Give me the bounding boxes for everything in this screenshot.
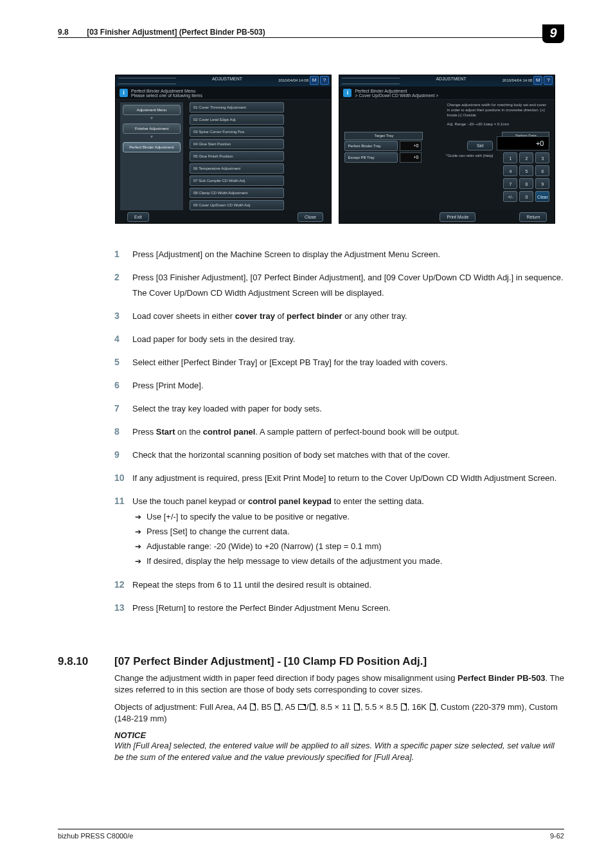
nav-finisher-adjustment[interactable]: Finisher Adjustment [123,123,181,134]
tray-value: +0 [400,141,422,151]
step-7: 7 Select the tray key loaded with paper … [114,402,564,417]
exit-button[interactable]: Exit [127,212,149,222]
print-mode-button[interactable]: Print Mode [440,212,475,222]
step-number: 2 [114,271,132,283]
key-4[interactable]: 4 [503,165,517,176]
sub-step: If desired, display the help message to … [132,556,564,567]
step-text: Press [Print Mode]. [132,380,564,392]
menu-item[interactable]: 03 Spine Corner Forming Pos. [190,127,284,137]
screenshot-menu: ADJUSTMENT 2010/04/04 14:08 M ? i Perfec… [115,75,332,224]
key-2[interactable]: 2 [519,152,533,163]
set-button[interactable]: Set [467,141,493,150]
screen-title: ADJUSTMENT [436,77,466,81]
nav-adjustment-menu[interactable]: Adjustment Menu [123,105,181,115]
step-text: If any adjustment is required, press [Ex… [132,473,564,484]
menu-column: 01 Cover Trimming Adjustment 02 Cover Le… [190,102,326,224]
step-10: 10 If any adjustment is required, press … [114,472,564,487]
key-5[interactable]: 5 [519,165,533,176]
step-number: 10 [114,472,132,484]
crumb-line1: Perfect Binder Adjustment Menu [131,89,202,93]
step-text: Load paper for body sets in the desired … [132,334,564,345]
crumb-line2: > Cover Up/Down CD Width Adjustment > [355,93,438,98]
column-header-tray: Target Tray [344,132,423,140]
key-8[interactable]: 8 [519,178,533,189]
menu-item[interactable]: 02 Cover Lead Edge Adj. [190,114,284,125]
portrait-icon [250,703,256,710]
step-text: Repeat the steps from 6 to 11 until the … [132,579,564,591]
subsection-heading: 9.8.10 [07 Perfect Binder Adjustment] - … [58,655,427,668]
menu-item[interactable]: 09 Cover Up/Down CD Width Adj. [190,200,284,210]
portrait-icon [401,703,407,710]
page-header: 9.8 [03 Finisher Adjustment] (Perfect Bi… [58,26,613,41]
portrait-icon [310,703,315,710]
step-6: 6 Press [Print Mode]. [114,379,564,394]
sub-step: Adjustable range: -20 (Wide) to +20 (Nar… [132,541,564,552]
step-2: 2 Press [03 Finisher Adjustment], [07 Pe… [114,271,564,302]
key-7[interactable]: 7 [503,178,517,189]
key-6[interactable]: 6 [535,165,549,176]
help-icon[interactable]: ? [544,76,553,85]
step-number: 11 [114,495,132,507]
tray-row: Perfect Binder Tray +0 [344,141,422,151]
menu-item[interactable]: 06 Temperature Adjustment [190,163,284,174]
step-number: 5 [114,356,132,368]
notice-label: NOTICE [114,730,564,740]
menu-item[interactable]: 04 Glue Start Position [190,139,284,149]
return-button[interactable]: Return [519,212,547,222]
chevron-down-icon: ▾ [120,115,183,121]
setting-value-display: +0 [497,136,549,150]
numeric-keypad: 1 2 3 4 5 6 7 8 9 +/- 0 Clear [503,152,549,202]
step-number: 12 [114,579,132,590]
step-text: Press [03 Finisher Adjustment], [07 Perf… [132,272,564,284]
help-icon[interactable]: ? [320,76,329,85]
key-0[interactable]: 0 [519,191,533,202]
key-3[interactable]: 3 [535,152,549,163]
step-9: 9 Check that the horizontal scanning pos… [114,449,564,464]
memory-icon[interactable]: M [533,76,542,85]
procedure-steps: 1 Press [Adjustment] on the Machine Scre… [114,248,564,625]
screenshot-adjustment: ADJUSTMENT 2010/04/04 14:08 M ? i Perfec… [339,75,555,224]
memory-icon[interactable]: M [310,76,319,85]
subsection-title: [07 Perfect Binder Adjustment] - [10 Cla… [114,655,427,668]
help-text: Change adjustment width for matching bod… [447,102,549,127]
menu-item[interactable]: 07 Sub Compile CD Width Adj. [190,176,284,186]
portrait-icon [354,703,360,710]
step-text: Press [Adjustment] on the Machine Screen… [132,249,564,260]
menu-item[interactable]: 08 Clamp CD Width Adjustment [190,188,284,198]
step-number: 13 [114,602,132,613]
step-number: 7 [114,402,132,414]
notice-body: With [Full Area] selected, the entered v… [114,740,564,763]
step-4: 4 Load paper for body sets in the desire… [114,333,564,348]
step-text: Load cover sheets in either cover tray o… [132,311,564,322]
key-9[interactable]: 9 [535,178,549,189]
subsection-body: Change the adjustment width in paper fee… [114,673,564,763]
step-number: 9 [114,449,132,460]
footer-page-number: 9-62 [550,832,564,840]
step-text: Press [Return] to restore the Perfect Bi… [132,602,564,614]
step-number: 3 [114,310,132,321]
tray-option-except-pb[interactable]: Except PB Tray [344,152,398,163]
close-button[interactable]: Close [298,212,323,222]
info-icon: i [120,89,128,97]
screen-timestamp: 2010/04/04 14:08 [278,78,308,82]
footer-rule [58,829,564,829]
menu-item[interactable]: 05 Glue Finish Position [190,151,284,161]
tray-value: +0 [400,152,422,163]
tray-option-perfect-binder[interactable]: Perfect Binder Tray [344,141,398,151]
sub-step: Use [+/-] to specify the value to be pos… [132,511,564,523]
step-5: 5 Select either [Perfect Binder Tray] or… [114,356,564,371]
crumb-line1: Perfect Binder Adjustment [355,89,438,93]
sub-step-list: Use [+/-] to specify the value to be pos… [132,511,564,567]
key-clear[interactable]: Clear [535,191,549,202]
paragraph: Change the adjustment width in paper fee… [114,673,564,696]
nav-perfect-binder-adjustment[interactable]: Perfect Binder Adjustment [123,142,181,152]
landscape-icon [298,704,306,710]
subsection-number: 9.8.10 [58,655,114,668]
key-1[interactable]: 1 [503,152,517,163]
step-number: 6 [114,379,132,391]
sub-step: Press [Set] to change the current data. [132,526,564,538]
menu-item[interactable]: 01 Cover Trimming Adjustment [190,102,284,113]
key-plusminus[interactable]: +/- [503,191,517,202]
header-rule [58,37,564,38]
guide-note: *Guide can refer with [Help] [446,154,493,158]
